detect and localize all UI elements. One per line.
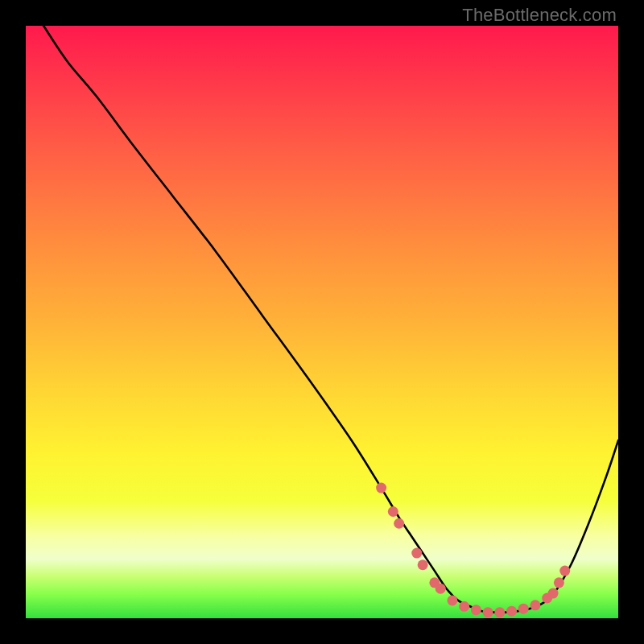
chart-marker: [554, 577, 564, 588]
chart-marker: [459, 601, 469, 612]
chart-marker: [494, 607, 505, 617]
chart-marker: [436, 584, 446, 594]
chart-marker: [411, 548, 422, 559]
chart-marker: [471, 605, 481, 615]
chart-marker: [518, 604, 529, 614]
chart-marker: [394, 518, 404, 529]
chart-marker: [418, 559, 428, 570]
chart-overlay: [26, 26, 618, 618]
chart-markers: [376, 483, 570, 618]
chart-marker: [530, 600, 540, 610]
chart-marker: [447, 595, 457, 605]
chart-marker: [376, 483, 386, 493]
chart-stage: TheBottleneck.com: [0, 0, 644, 644]
chart-curve: [43, 26, 618, 613]
chart-marker: [548, 588, 559, 599]
chart-marker: [559, 566, 570, 576]
chart-marker: [483, 607, 493, 617]
chart-marker: [506, 606, 517, 617]
watermark-label: TheBottleneck.com: [462, 5, 617, 26]
chart-marker: [388, 506, 398, 517]
